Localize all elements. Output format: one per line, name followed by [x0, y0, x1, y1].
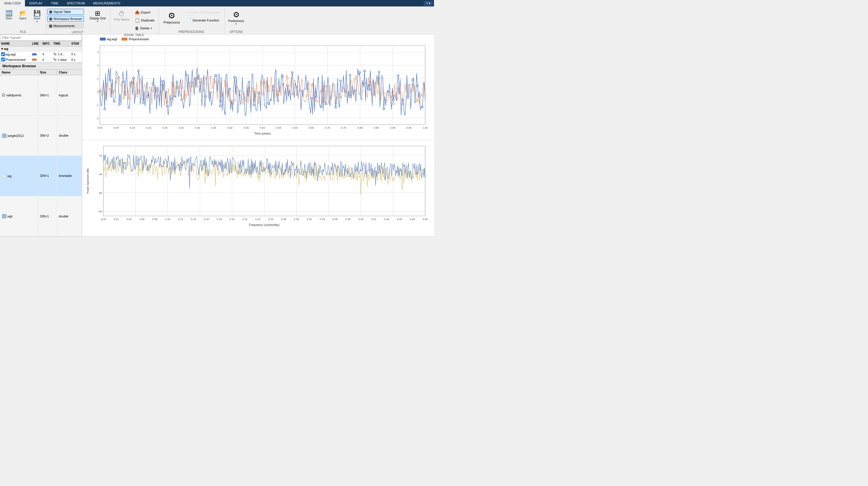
- generate-function-label: Generate Function: [193, 19, 219, 22]
- svg-text:Frequency (cycles/day): Frequency (cycles/day): [249, 223, 279, 227]
- help-button[interactable]: ? ▾: [424, 1, 433, 6]
- bottom-chart-svg[interactable]: -80-60-40-20Power Spectrum (dB)0.000.020…: [85, 143, 431, 227]
- svg-text:1.00: 1.00: [423, 126, 428, 129]
- save-dropdown-icon: ▾: [36, 20, 38, 23]
- menu-tab-measurements[interactable]: MEASUREMENTS: [89, 0, 124, 6]
- svg-text:2: 2: [97, 64, 99, 67]
- export-button[interactable]: 📤 Export: [133, 9, 156, 16]
- menu-tab-spectrum[interactable]: SPECTRUM: [63, 0, 89, 6]
- svg-text:0.45: 0.45: [244, 126, 249, 129]
- svg-point-52: [128, 97, 129, 99]
- svg-text:0.60: 0.60: [292, 126, 298, 129]
- time-values-icon: ⏱: [118, 10, 125, 18]
- preprocess-button[interactable]: ⚙ Preprocess: [160, 9, 183, 26]
- svg-point-83: [277, 94, 279, 96]
- svg-point-140: [224, 113, 226, 114]
- delete-button[interactable]: 🗑 Delete ▾: [133, 25, 156, 32]
- svg-point-128: [166, 106, 168, 107]
- signal-table-label: Signal Table: [54, 10, 71, 13]
- svg-point-147: [258, 92, 259, 94]
- undo-preprocessing-button[interactable]: ↩ Undo Preprocessing: [184, 9, 223, 16]
- svg-text:0.95: 0.95: [406, 126, 412, 129]
- svg-point-164: [340, 80, 341, 82]
- top-chart-svg-wrap: -2-101230.000.050.100.150.200.250.300.35…: [85, 42, 431, 135]
- svg-point-133: [190, 82, 192, 83]
- svg-point-46: [99, 88, 101, 90]
- svg-point-172: [378, 71, 380, 73]
- display-grid-button[interactable]: ⊞ Display Grid ▾: [88, 9, 107, 24]
- preferences-dropdown-icon: ▾: [236, 23, 237, 25]
- wb-row-class: double: [57, 115, 82, 155]
- ribbon-group-signal-table: ⏱ Time Values 📤 Export 📋 Duplicate 🗑 Del…: [111, 8, 159, 34]
- save-button[interactable]: 💾 Save ▾: [31, 9, 43, 24]
- svg-point-148: [262, 82, 264, 84]
- wb-col-class: Class: [57, 69, 82, 75]
- svg-text:0.55: 0.55: [276, 126, 282, 129]
- svg-point-98: [349, 96, 351, 97]
- svg-text:-60: -60: [98, 192, 102, 195]
- signal-row[interactable]: wg.wgt ℹ Ts: 1 d... 0 s: [0, 52, 82, 57]
- duplicate-button[interactable]: 📋 Duplicate: [133, 17, 156, 24]
- top-chart: wg.wgt Preprocessed -2-101230.000.050.10…: [82, 34, 434, 140]
- svg-text:0.36: 0.36: [332, 218, 338, 221]
- svg-point-152: [282, 76, 284, 78]
- svg-point-121: [133, 78, 134, 80]
- signal-group-row[interactable]: ▾ wg: [0, 47, 82, 52]
- workspace-browser-row[interactable]: 🕐wg 339×1 timetable: [0, 156, 82, 196]
- svg-point-171: [373, 93, 375, 95]
- svg-point-129: [171, 98, 173, 99]
- svg-point-76: [243, 92, 245, 94]
- top-chart-svg[interactable]: -2-101230.000.050.100.150.200.250.300.35…: [85, 42, 431, 135]
- svg-point-67: [200, 79, 202, 80]
- workspace-browser-row[interactable]: ☑validpoints 366×1 logical: [0, 75, 82, 115]
- svg-text:0.35: 0.35: [211, 126, 216, 129]
- svg-point-48: [108, 88, 111, 90]
- svg-text:0.26: 0.26: [268, 218, 273, 221]
- delete-label: Delete: [140, 26, 150, 30]
- svg-text:Time (years): Time (years): [254, 132, 271, 135]
- generate-function-button[interactable]: 📄 Generate Function: [184, 17, 223, 24]
- menu-tab-display[interactable]: DISPLAY: [25, 0, 47, 6]
- export-icon: 📤: [135, 10, 140, 15]
- workspace-browser-row[interactable]: 🔢wgt 339×1 double: [0, 196, 82, 236]
- wb-row-name: 🔢wgt: [0, 196, 38, 236]
- signal-start: 0 s: [70, 52, 82, 57]
- signal-checkbox[interactable]: [1, 58, 5, 61]
- svg-point-162: [330, 96, 332, 98]
- menu-tab-time[interactable]: TIME: [47, 0, 63, 6]
- svg-point-109: [402, 103, 404, 105]
- top-chart-legend: wg.wgt Preprocessed: [85, 37, 431, 41]
- wb-row-size: 339×1: [38, 196, 57, 236]
- wb-row-class: logical: [57, 75, 82, 115]
- open-icon: 📂: [20, 10, 27, 16]
- signal-table-button[interactable]: ▦ Signal Table: [47, 9, 84, 15]
- svg-text:0.85: 0.85: [374, 126, 379, 129]
- open-button[interactable]: 📂 Open: [17, 9, 29, 22]
- workspace-browser-row[interactable]: 🔢weight2012 366×2 double: [0, 115, 82, 155]
- undo-preprocessing-label: Undo Preprocessing: [191, 10, 220, 14]
- svg-point-167: [354, 89, 356, 91]
- legend-preprocessed: Preprocessed: [122, 37, 149, 41]
- wb-row-size: 366×1: [38, 75, 57, 115]
- ribbon-group-file: 🆕 New 📂 Open 💾 Save ▾ FILE: [1, 8, 46, 34]
- preferences-button[interactable]: ⚙ Preferences ▾: [226, 9, 246, 27]
- workspace-browser-icon: ▦: [49, 17, 52, 21]
- new-button[interactable]: 🆕 New: [2, 9, 15, 22]
- svg-point-115: [104, 108, 105, 110]
- svg-point-149: [268, 103, 269, 104]
- svg-text:1: 1: [97, 77, 99, 80]
- svg-point-97: [344, 95, 346, 97]
- filter-signals-input[interactable]: [0, 34, 82, 41]
- svg-point-91: [316, 100, 317, 102]
- workspace-browser-button[interactable]: ▦ Workspace Browser: [47, 16, 84, 22]
- signal-checkbox[interactable]: [1, 52, 5, 56]
- svg-point-169: [364, 70, 366, 72]
- time-values-button[interactable]: ⏱ Time Values: [112, 9, 131, 23]
- measurements-button[interactable]: ▦ Measurements: [47, 23, 84, 29]
- svg-text:0.08: 0.08: [152, 218, 158, 221]
- signal-row[interactable]: Preprocessed ℹ Ts: 1 days 0 s: [0, 57, 82, 62]
- menu-tab-analyzer[interactable]: ANALYZER: [0, 0, 25, 6]
- svg-point-131: [181, 99, 183, 101]
- display-grid-label: Display Grid: [90, 17, 105, 20]
- legend-wgwgt-label: wg.wgt: [107, 37, 117, 41]
